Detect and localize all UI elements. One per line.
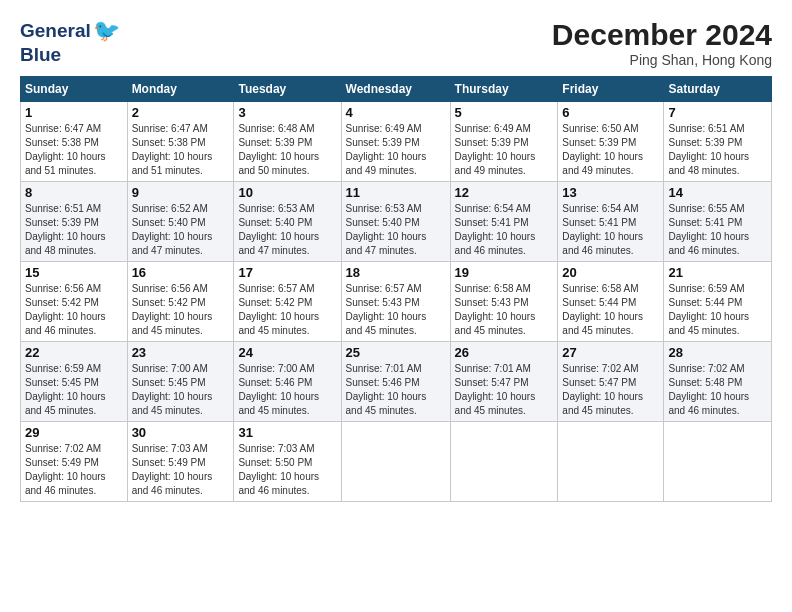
day-number: 3 — [238, 105, 336, 120]
day-number: 23 — [132, 345, 230, 360]
day-cell: 18Sunrise: 6:57 AM Sunset: 5:43 PM Dayli… — [341, 262, 450, 342]
day-info: Sunrise: 6:47 AM Sunset: 5:38 PM Dayligh… — [25, 122, 123, 178]
day-number: 15 — [25, 265, 123, 280]
calendar-header-wednesday: Wednesday — [341, 77, 450, 102]
title-block: December 2024 Ping Shan, Hong Kong — [552, 18, 772, 68]
day-number: 4 — [346, 105, 446, 120]
day-cell: 16Sunrise: 6:56 AM Sunset: 5:42 PM Dayli… — [127, 262, 234, 342]
day-info: Sunrise: 6:57 AM Sunset: 5:43 PM Dayligh… — [346, 282, 446, 338]
day-cell: 26Sunrise: 7:01 AM Sunset: 5:47 PM Dayli… — [450, 342, 558, 422]
day-cell: 15Sunrise: 6:56 AM Sunset: 5:42 PM Dayli… — [21, 262, 128, 342]
calendar-header-row: SundayMondayTuesdayWednesdayThursdayFrid… — [21, 77, 772, 102]
day-number: 10 — [238, 185, 336, 200]
day-number: 9 — [132, 185, 230, 200]
day-info: Sunrise: 6:54 AM Sunset: 5:41 PM Dayligh… — [455, 202, 554, 258]
page: General 🐦 Blue December 2024 Ping Shan, … — [0, 0, 792, 612]
day-info: Sunrise: 6:59 AM Sunset: 5:45 PM Dayligh… — [25, 362, 123, 418]
day-cell: 24Sunrise: 7:00 AM Sunset: 5:46 PM Dayli… — [234, 342, 341, 422]
day-info: Sunrise: 6:49 AM Sunset: 5:39 PM Dayligh… — [346, 122, 446, 178]
month-title: December 2024 — [552, 18, 772, 52]
header: General 🐦 Blue December 2024 Ping Shan, … — [20, 18, 772, 68]
day-cell: 8Sunrise: 6:51 AM Sunset: 5:39 PM Daylig… — [21, 182, 128, 262]
day-cell: 23Sunrise: 7:00 AM Sunset: 5:45 PM Dayli… — [127, 342, 234, 422]
day-cell — [341, 422, 450, 502]
day-number: 1 — [25, 105, 123, 120]
day-cell: 7Sunrise: 6:51 AM Sunset: 5:39 PM Daylig… — [664, 102, 772, 182]
day-info: Sunrise: 6:56 AM Sunset: 5:42 PM Dayligh… — [25, 282, 123, 338]
logo: General 🐦 Blue — [20, 18, 120, 66]
day-info: Sunrise: 6:47 AM Sunset: 5:38 PM Dayligh… — [132, 122, 230, 178]
day-cell: 3Sunrise: 6:48 AM Sunset: 5:39 PM Daylig… — [234, 102, 341, 182]
day-cell: 4Sunrise: 6:49 AM Sunset: 5:39 PM Daylig… — [341, 102, 450, 182]
day-cell: 25Sunrise: 7:01 AM Sunset: 5:46 PM Dayli… — [341, 342, 450, 422]
day-cell: 22Sunrise: 6:59 AM Sunset: 5:45 PM Dayli… — [21, 342, 128, 422]
day-info: Sunrise: 6:48 AM Sunset: 5:39 PM Dayligh… — [238, 122, 336, 178]
day-cell: 29Sunrise: 7:02 AM Sunset: 5:49 PM Dayli… — [21, 422, 128, 502]
day-info: Sunrise: 7:00 AM Sunset: 5:45 PM Dayligh… — [132, 362, 230, 418]
day-number: 6 — [562, 105, 659, 120]
day-number: 27 — [562, 345, 659, 360]
day-number: 19 — [455, 265, 554, 280]
logo-text: General — [20, 20, 91, 42]
day-cell: 21Sunrise: 6:59 AM Sunset: 5:44 PM Dayli… — [664, 262, 772, 342]
day-info: Sunrise: 7:02 AM Sunset: 5:48 PM Dayligh… — [668, 362, 767, 418]
day-cell: 2Sunrise: 6:47 AM Sunset: 5:38 PM Daylig… — [127, 102, 234, 182]
day-cell — [450, 422, 558, 502]
day-info: Sunrise: 6:56 AM Sunset: 5:42 PM Dayligh… — [132, 282, 230, 338]
day-number: 18 — [346, 265, 446, 280]
calendar: SundayMondayTuesdayWednesdayThursdayFrid… — [20, 76, 772, 502]
day-number: 5 — [455, 105, 554, 120]
day-cell: 31Sunrise: 7:03 AM Sunset: 5:50 PM Dayli… — [234, 422, 341, 502]
day-info: Sunrise: 6:57 AM Sunset: 5:42 PM Dayligh… — [238, 282, 336, 338]
day-info: Sunrise: 6:59 AM Sunset: 5:44 PM Dayligh… — [668, 282, 767, 338]
day-info: Sunrise: 6:52 AM Sunset: 5:40 PM Dayligh… — [132, 202, 230, 258]
day-info: Sunrise: 6:54 AM Sunset: 5:41 PM Dayligh… — [562, 202, 659, 258]
day-number: 25 — [346, 345, 446, 360]
day-number: 22 — [25, 345, 123, 360]
day-number: 8 — [25, 185, 123, 200]
day-number: 12 — [455, 185, 554, 200]
day-number: 13 — [562, 185, 659, 200]
day-cell: 14Sunrise: 6:55 AM Sunset: 5:41 PM Dayli… — [664, 182, 772, 262]
day-cell: 30Sunrise: 7:03 AM Sunset: 5:49 PM Dayli… — [127, 422, 234, 502]
week-row-5: 29Sunrise: 7:02 AM Sunset: 5:49 PM Dayli… — [21, 422, 772, 502]
day-cell: 11Sunrise: 6:53 AM Sunset: 5:40 PM Dayli… — [341, 182, 450, 262]
day-number: 16 — [132, 265, 230, 280]
day-info: Sunrise: 6:51 AM Sunset: 5:39 PM Dayligh… — [25, 202, 123, 258]
day-info: Sunrise: 7:03 AM Sunset: 5:49 PM Dayligh… — [132, 442, 230, 498]
week-row-1: 1Sunrise: 6:47 AM Sunset: 5:38 PM Daylig… — [21, 102, 772, 182]
week-row-2: 8Sunrise: 6:51 AM Sunset: 5:39 PM Daylig… — [21, 182, 772, 262]
calendar-header-friday: Friday — [558, 77, 664, 102]
day-cell: 19Sunrise: 6:58 AM Sunset: 5:43 PM Dayli… — [450, 262, 558, 342]
day-number: 29 — [25, 425, 123, 440]
day-info: Sunrise: 7:01 AM Sunset: 5:46 PM Dayligh… — [346, 362, 446, 418]
day-number: 2 — [132, 105, 230, 120]
day-cell: 6Sunrise: 6:50 AM Sunset: 5:39 PM Daylig… — [558, 102, 664, 182]
calendar-header-monday: Monday — [127, 77, 234, 102]
location: Ping Shan, Hong Kong — [552, 52, 772, 68]
day-cell: 27Sunrise: 7:02 AM Sunset: 5:47 PM Dayli… — [558, 342, 664, 422]
calendar-header-thursday: Thursday — [450, 77, 558, 102]
day-cell: 28Sunrise: 7:02 AM Sunset: 5:48 PM Dayli… — [664, 342, 772, 422]
day-cell: 20Sunrise: 6:58 AM Sunset: 5:44 PM Dayli… — [558, 262, 664, 342]
logo-bird-icon: 🐦 — [93, 18, 120, 44]
day-info: Sunrise: 7:01 AM Sunset: 5:47 PM Dayligh… — [455, 362, 554, 418]
day-info: Sunrise: 6:55 AM Sunset: 5:41 PM Dayligh… — [668, 202, 767, 258]
day-number: 11 — [346, 185, 446, 200]
day-number: 30 — [132, 425, 230, 440]
day-number: 7 — [668, 105, 767, 120]
day-cell: 5Sunrise: 6:49 AM Sunset: 5:39 PM Daylig… — [450, 102, 558, 182]
calendar-header-tuesday: Tuesday — [234, 77, 341, 102]
day-info: Sunrise: 6:58 AM Sunset: 5:44 PM Dayligh… — [562, 282, 659, 338]
day-number: 31 — [238, 425, 336, 440]
calendar-header-saturday: Saturday — [664, 77, 772, 102]
day-cell: 9Sunrise: 6:52 AM Sunset: 5:40 PM Daylig… — [127, 182, 234, 262]
day-cell: 17Sunrise: 6:57 AM Sunset: 5:42 PM Dayli… — [234, 262, 341, 342]
logo-blue-text: Blue — [20, 44, 61, 66]
day-number: 26 — [455, 345, 554, 360]
day-info: Sunrise: 6:53 AM Sunset: 5:40 PM Dayligh… — [238, 202, 336, 258]
day-info: Sunrise: 7:00 AM Sunset: 5:46 PM Dayligh… — [238, 362, 336, 418]
day-cell: 13Sunrise: 6:54 AM Sunset: 5:41 PM Dayli… — [558, 182, 664, 262]
day-number: 20 — [562, 265, 659, 280]
day-info: Sunrise: 7:02 AM Sunset: 5:47 PM Dayligh… — [562, 362, 659, 418]
